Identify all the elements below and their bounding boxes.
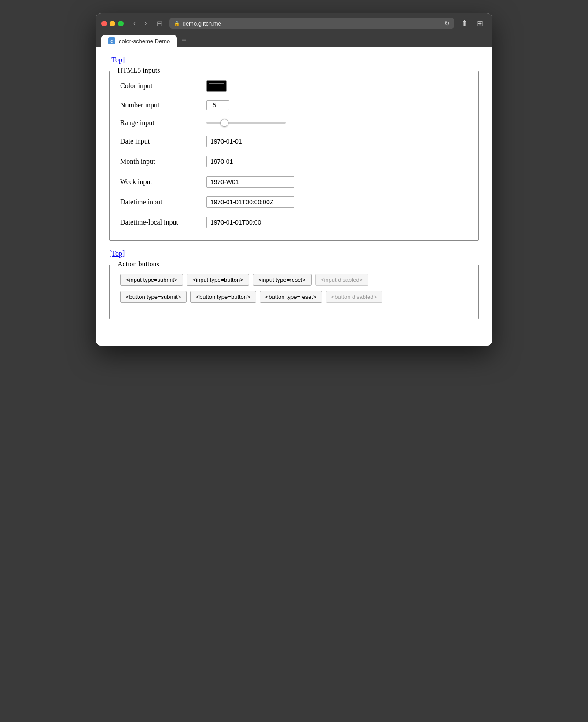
datetime-input[interactable] bbox=[206, 196, 294, 208]
top-link-2[interactable]: [Top] bbox=[109, 250, 479, 258]
button-button-button[interactable]: <button type=button> bbox=[190, 291, 256, 303]
action-buttons-legend: Action buttons bbox=[115, 260, 162, 268]
input-button-button[interactable]: <input type=button> bbox=[187, 274, 249, 286]
button-buttons-group: <button type=submit> <button type=button… bbox=[120, 291, 468, 303]
range-input-label: Range input bbox=[120, 119, 199, 127]
new-tab-button[interactable]: + bbox=[178, 34, 190, 46]
minimize-button[interactable] bbox=[110, 21, 115, 26]
new-window-button[interactable]: ⊞ bbox=[473, 18, 487, 29]
active-tab[interactable]: c color-scheme Demo bbox=[101, 35, 177, 47]
input-submit-button[interactable]: <input type=submit> bbox=[120, 274, 183, 286]
datetime-local-input-label: Datetime-local input bbox=[120, 218, 199, 226]
url-text: demo.glitch.me bbox=[183, 20, 221, 27]
titlebar: ‹ › ⊟ 🔒 demo.glitch.me ↻ ⬆ ⊞ bbox=[101, 18, 487, 29]
date-input-row: Date input bbox=[120, 136, 468, 147]
week-input-label: Week input bbox=[120, 178, 199, 186]
number-input-label: Number input bbox=[120, 101, 199, 109]
week-input[interactable] bbox=[206, 176, 294, 188]
color-input-row: Color input bbox=[120, 80, 468, 92]
address-bar[interactable]: 🔒 demo.glitch.me ↻ bbox=[169, 18, 454, 29]
forward-button[interactable]: › bbox=[142, 19, 149, 28]
input-buttons-group: <input type=submit> <input type=button> … bbox=[120, 274, 468, 286]
input-reset-button[interactable]: <input type=reset> bbox=[253, 274, 312, 286]
lock-icon: 🔒 bbox=[174, 21, 180, 26]
number-input[interactable] bbox=[207, 101, 229, 110]
top-link-1[interactable]: [Top] bbox=[109, 56, 479, 64]
maximize-button[interactable] bbox=[118, 21, 124, 26]
datetime-local-input[interactable] bbox=[206, 217, 294, 228]
date-input[interactable] bbox=[206, 136, 294, 147]
html5-inputs-section: HTML5 inputs Color input Number input Ra… bbox=[109, 71, 479, 241]
tab-title: color-scheme Demo bbox=[119, 38, 170, 44]
color-input[interactable] bbox=[206, 80, 227, 92]
html5-inputs-legend: HTML5 inputs bbox=[115, 66, 162, 74]
datetime-input-label: Datetime input bbox=[120, 198, 199, 206]
datetime-local-input-row: Datetime-local input bbox=[120, 217, 468, 228]
back-button[interactable]: ‹ bbox=[131, 19, 138, 28]
browser-chrome: ‹ › ⊟ 🔒 demo.glitch.me ↻ ⬆ ⊞ c color bbox=[96, 13, 492, 47]
browser-window: ‹ › ⊟ 🔒 demo.glitch.me ↻ ⬆ ⊞ c color bbox=[96, 13, 492, 346]
tab-favicon: c bbox=[108, 37, 115, 44]
reload-button[interactable]: ↻ bbox=[445, 20, 450, 27]
share-button[interactable]: ⬆ bbox=[458, 18, 471, 29]
datetime-input-row: Datetime input bbox=[120, 196, 468, 208]
input-disabled-button: <input disabled> bbox=[315, 274, 368, 286]
button-disabled-button: <button disabled> bbox=[326, 291, 382, 303]
button-reset-button[interactable]: <button type=reset> bbox=[260, 291, 322, 303]
action-buttons-section: Action buttons <input type=submit> <inpu… bbox=[109, 265, 479, 319]
close-button[interactable] bbox=[101, 21, 107, 26]
color-input-label: Color input bbox=[120, 82, 199, 90]
tab-bar: c color-scheme Demo + bbox=[101, 33, 487, 47]
page-content: [Top] HTML5 inputs Color input Number in… bbox=[96, 47, 492, 346]
traffic-lights bbox=[101, 21, 124, 26]
number-input-row: Number input bbox=[120, 100, 468, 110]
week-input-row: Week input bbox=[120, 176, 468, 188]
range-input-row: Range input bbox=[120, 119, 468, 127]
month-input-row: Month input bbox=[120, 156, 468, 167]
toolbar-right: ⬆ ⊞ bbox=[458, 18, 487, 29]
month-input-label: Month input bbox=[120, 158, 199, 166]
month-input[interactable] bbox=[206, 156, 294, 167]
sidebar-toggle-button[interactable]: ⊟ bbox=[153, 18, 166, 29]
number-input-wrapper bbox=[206, 100, 229, 110]
button-submit-button[interactable]: <button type=submit> bbox=[120, 291, 187, 303]
range-input[interactable] bbox=[206, 122, 286, 124]
date-input-label: Date input bbox=[120, 137, 199, 145]
